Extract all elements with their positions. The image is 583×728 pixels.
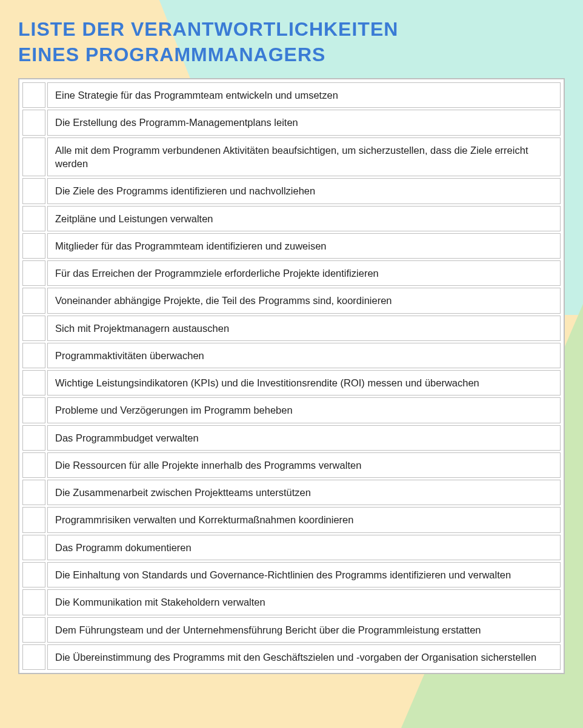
responsibility-text: Die Erstellung des Programm-Managementpl… [47, 110, 561, 135]
checkbox-cell[interactable] [22, 316, 45, 341]
checkbox-cell[interactable] [22, 644, 45, 670]
responsibility-text: Das Programm dokumentieren [47, 535, 561, 560]
checkbox-cell[interactable] [22, 233, 45, 259]
responsibility-text: Die Kommunikation mit Stakeholdern verwa… [47, 589, 561, 615]
responsibility-text: Die Ziele des Programms identifizieren u… [47, 178, 561, 204]
table-row: Die Erstellung des Programm-Managementpl… [22, 110, 561, 135]
table-row: Das Programm dokumentieren [22, 535, 561, 560]
checkbox-cell[interactable] [22, 178, 45, 204]
title-line1: LISTE DER VERANTWORTLICHKEITEN [18, 18, 398, 40]
title-line2: EINES PROGRAMMMANAGERS [18, 44, 325, 65]
table-row: Eine Strategie für das Programmteam entw… [22, 82, 561, 108]
table-row: Für das Erreichen der Programmziele erfo… [22, 260, 561, 286]
table-row: Sich mit Projektmanagern austauschen [22, 316, 561, 341]
responsibility-text: Programmaktivitäten überwachen [47, 343, 561, 368]
responsibility-text: Sich mit Projektmanagern austauschen [47, 316, 561, 341]
table-row: Das Programmbudget verwalten [22, 425, 561, 451]
table-row: Wichtige Leistungsindikatoren (KPIs) und… [22, 370, 561, 395]
responsibility-text: Eine Strategie für das Programmteam entw… [47, 82, 561, 108]
table-row: Die Zusammenarbeit zwischen Projektteams… [22, 480, 561, 505]
table-row: Programmaktivitäten überwachen [22, 343, 561, 368]
responsibility-text: Die Ressourcen für alle Projekte innerha… [47, 452, 561, 478]
checkbox-cell[interactable] [22, 370, 45, 395]
responsibility-text: Die Übereinstimmung des Programms mit de… [47, 644, 561, 670]
responsibility-text: Für das Erreichen der Programmziele erfo… [47, 260, 561, 286]
table-row: Dem Führungsteam und der Unternehmensfüh… [22, 617, 561, 643]
checkbox-cell[interactable] [22, 617, 45, 643]
table-row: Die Einhaltung von Standards und Governa… [22, 562, 561, 587]
table-row: Die Kommunikation mit Stakeholdern verwa… [22, 589, 561, 615]
checkbox-cell[interactable] [22, 110, 45, 135]
table-row: Voneinander abhängige Projekte, die Teil… [22, 288, 561, 313]
responsibility-text: Probleme und Verzögerungen im Programm b… [47, 397, 561, 423]
responsibility-text: Alle mit dem Programm verbundenen Aktivi… [47, 137, 561, 177]
responsibility-text: Das Programmbudget verwalten [47, 425, 561, 451]
checkbox-cell[interactable] [22, 137, 45, 177]
responsibility-text: Zeitpläne und Leistungen verwalten [47, 206, 561, 231]
checkbox-cell[interactable] [22, 82, 45, 108]
checkbox-cell[interactable] [22, 562, 45, 587]
responsibility-text: Die Einhaltung von Standards und Governa… [47, 562, 561, 587]
responsibilities-table: Eine Strategie für das Programmteam entw… [18, 78, 565, 674]
checkbox-cell[interactable] [22, 397, 45, 423]
checkbox-cell[interactable] [22, 425, 45, 451]
page-title: LISTE DER VERANTWORTLICHKEITEN EINES PRO… [18, 17, 565, 67]
responsibility-text: Programmrisiken verwalten und Korrekturm… [47, 507, 561, 532]
table-row: Zeitpläne und Leistungen verwalten [22, 206, 561, 231]
checkbox-cell[interactable] [22, 535, 45, 560]
checkbox-cell[interactable] [22, 589, 45, 615]
table-row: Mitglieder für das Programmteam identifi… [22, 233, 561, 259]
table-row: Die Ressourcen für alle Projekte innerha… [22, 452, 561, 478]
checkbox-cell[interactable] [22, 260, 45, 286]
responsibility-text: Mitglieder für das Programmteam identifi… [47, 233, 561, 259]
table-row: Probleme und Verzögerungen im Programm b… [22, 397, 561, 423]
checkbox-cell[interactable] [22, 343, 45, 368]
responsibility-text: Die Zusammenarbeit zwischen Projektteams… [47, 480, 561, 505]
table-row: Die Übereinstimmung des Programms mit de… [22, 644, 561, 670]
table-row: Alle mit dem Programm verbundenen Aktivi… [22, 137, 561, 177]
table-row: Programmrisiken verwalten und Korrekturm… [22, 507, 561, 532]
responsibility-text: Wichtige Leistungsindikatoren (KPIs) und… [47, 370, 561, 395]
responsibility-text: Dem Führungsteam und der Unternehmensfüh… [47, 617, 561, 643]
checkbox-cell[interactable] [22, 480, 45, 505]
responsibility-text: Voneinander abhängige Projekte, die Teil… [47, 288, 561, 313]
checkbox-cell[interactable] [22, 507, 45, 532]
checkbox-cell[interactable] [22, 452, 45, 478]
table-row: Die Ziele des Programms identifizieren u… [22, 178, 561, 204]
checkbox-cell[interactable] [22, 206, 45, 231]
checkbox-cell[interactable] [22, 288, 45, 313]
